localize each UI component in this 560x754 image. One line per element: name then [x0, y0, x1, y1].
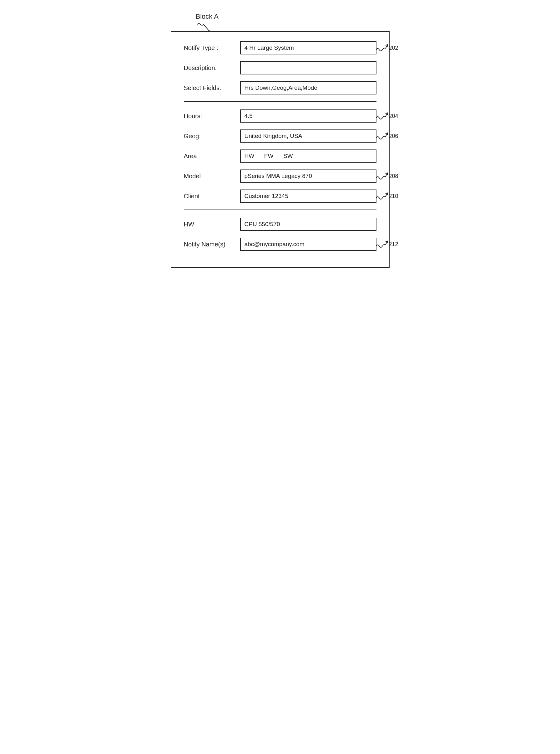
select-fields-input[interactable] [240, 81, 377, 95]
squiggle-206-icon [376, 132, 388, 140]
description-input[interactable] [240, 61, 377, 75]
client-field-wrapper: 210 [240, 190, 377, 203]
notify-names-label: Notify Name(s) [184, 241, 240, 248]
callout-206: 206 [376, 132, 398, 140]
area-input[interactable] [240, 150, 377, 163]
divider-2 [184, 210, 377, 210]
hours-label: Hours: [184, 113, 240, 120]
squiggle-208-icon [376, 172, 388, 180]
main-block: Notify Type : 202 Description: [171, 31, 389, 268]
callout-202: 202 [376, 43, 398, 52]
hw-field-wrapper [240, 218, 377, 231]
notify-names-field-wrapper: 212 [240, 238, 377, 251]
client-label: Client [184, 193, 240, 200]
client-input[interactable] [240, 190, 377, 203]
model-input[interactable] [240, 170, 377, 183]
block-label: Block A [196, 13, 219, 21]
model-row: Model 208 [184, 170, 377, 183]
hours-row: Hours: 204 [184, 110, 377, 123]
callout-204: 204 [376, 112, 398, 120]
callout-208: 208 [376, 172, 398, 180]
page-wrapper: Block A Notify Type : [171, 31, 389, 268]
squiggle-202-icon [376, 43, 388, 52]
hw-row: HW [184, 218, 377, 231]
area-row: Area [184, 150, 377, 163]
notify-type-input[interactable] [240, 41, 377, 55]
description-label: Description: [184, 64, 240, 72]
notify-names-input[interactable] [240, 238, 377, 251]
hw-input[interactable] [240, 218, 377, 231]
area-field-wrapper [240, 150, 377, 163]
squiggle-204-icon [376, 112, 388, 120]
callout-212: 212 [376, 240, 398, 249]
notify-type-label: Notify Type : [184, 44, 240, 52]
callout-210: 210 [376, 192, 398, 200]
geog-label: Geog: [184, 133, 240, 140]
model-field-wrapper: 208 [240, 170, 377, 183]
description-row: Description: [184, 61, 377, 75]
geog-input[interactable] [240, 130, 377, 143]
model-label: Model [184, 173, 240, 180]
notify-type-field-wrapper: 202 [240, 41, 377, 55]
section-3: HW Notify Name(s) 212 [184, 218, 377, 251]
notify-type-row: Notify Type : 202 [184, 41, 377, 55]
squiggle-212-icon [376, 240, 388, 249]
client-row: Client 210 [184, 190, 377, 203]
notify-names-row: Notify Name(s) 212 [184, 238, 377, 251]
hw-label: HW [184, 221, 240, 228]
select-fields-field-wrapper [240, 81, 377, 95]
hours-input[interactable] [240, 110, 377, 123]
squiggle-210-icon [376, 192, 388, 200]
geog-row: Geog: 206 [184, 130, 377, 143]
divider-1 [184, 101, 377, 102]
description-field-wrapper [240, 61, 377, 75]
section-1: Notify Type : 202 Description: [184, 41, 377, 95]
geog-field-wrapper: 206 [240, 130, 377, 143]
hours-field-wrapper: 204 [240, 110, 377, 123]
area-label: Area [184, 153, 240, 160]
section-2: Hours: 204 Geog: [184, 110, 377, 203]
select-fields-label: Select Fields: [184, 84, 240, 92]
select-fields-row: Select Fields: [184, 81, 377, 95]
